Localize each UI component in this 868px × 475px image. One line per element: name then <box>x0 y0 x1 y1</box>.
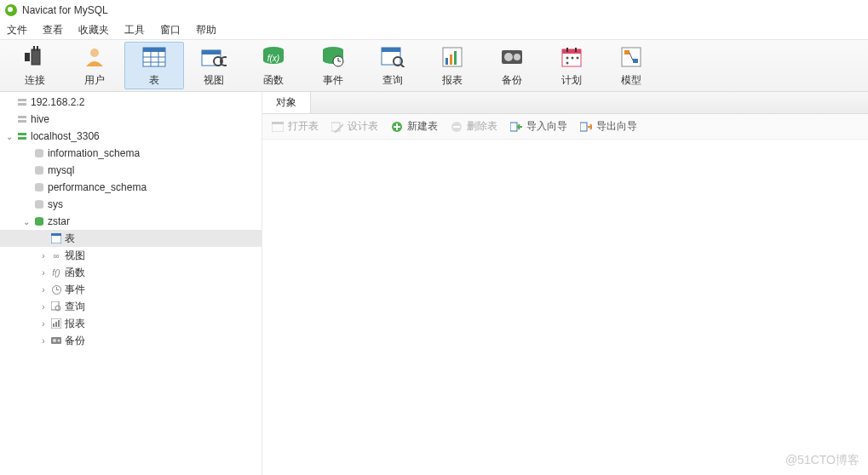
obj-export-label: 导出向导 <box>596 119 637 134</box>
obj-import[interactable]: 导入向导 <box>509 119 567 134</box>
expand-toggle[interactable]: › <box>37 336 49 346</box>
toolbar: 连接 用户 表 视图 f(x) 函数 事件 查询 <box>0 39 868 92</box>
tool-table-label: 表 <box>149 73 159 88</box>
svg-rect-1 <box>32 49 40 65</box>
object-list[interactable] <box>262 140 868 475</box>
tree-connection-2[interactable]: hive <box>0 111 262 128</box>
obj-export[interactable]: 导出向导 <box>579 119 637 134</box>
tree-label: performance_schema <box>48 181 147 193</box>
tree-obj-query[interactable]: › 查询 <box>0 298 262 315</box>
menu-help[interactable]: 帮助 <box>196 23 216 37</box>
export-icon <box>579 120 593 134</box>
tool-event[interactable]: 事件 <box>303 42 363 89</box>
tree-label: 报表 <box>65 317 85 331</box>
tool-connect[interactable]: 连接 <box>5 42 65 89</box>
svg-point-30 <box>504 53 513 61</box>
fx-small-icon: f() <box>49 268 63 278</box>
tool-model-label: 模型 <box>621 73 641 88</box>
view-icon <box>201 44 227 70</box>
tree-label: 192.168.2.2 <box>31 96 84 108</box>
database-icon <box>32 199 46 209</box>
expand-toggle[interactable]: › <box>37 319 49 329</box>
svg-rect-70 <box>272 122 284 124</box>
tree-db-information-schema[interactable]: information_schema <box>0 145 262 162</box>
obj-delete[interactable]: 删除表 <box>450 119 497 134</box>
tree-db-mysql[interactable]: mysql <box>0 162 262 179</box>
expand-toggle[interactable]: ⌄ <box>3 132 15 141</box>
tree-label: 事件 <box>65 283 85 297</box>
svg-rect-27 <box>450 54 452 65</box>
tool-backup[interactable]: 备份 <box>482 42 542 89</box>
tree-obj-view[interactable]: › ∞ 视图 <box>0 247 262 264</box>
app-title: Navicat for MySQL <box>22 4 108 16</box>
tool-schedule-label: 计划 <box>561 73 582 88</box>
svg-point-4 <box>90 49 99 57</box>
svg-rect-64 <box>55 322 57 327</box>
svg-rect-46 <box>18 116 26 118</box>
tool-function[interactable]: f(x) 函数 <box>244 42 303 89</box>
svg-rect-0 <box>25 53 30 61</box>
tree-label: zstar <box>48 215 70 227</box>
tree-db-zstar[interactable]: ⌄ zstar <box>0 213 262 230</box>
svg-rect-48 <box>18 133 26 135</box>
minus-icon <box>450 120 463 134</box>
menu-view[interactable]: 查看 <box>43 23 63 37</box>
menu-tools[interactable]: 工具 <box>124 23 145 37</box>
expand-toggle[interactable]: › <box>37 302 49 312</box>
svg-rect-6 <box>143 48 165 52</box>
svg-rect-28 <box>454 51 457 65</box>
tree-label: 表 <box>65 232 75 246</box>
tool-report[interactable]: 报表 <box>423 42 482 89</box>
svg-rect-44 <box>18 99 26 101</box>
tree-obj-backup[interactable]: › 备份 <box>0 332 262 349</box>
expand-toggle[interactable]: › <box>37 251 49 260</box>
backup-small-icon <box>49 336 63 345</box>
tree-obj-table[interactable]: 表 <box>0 230 262 247</box>
svg-point-67 <box>53 339 56 342</box>
menu-favorites[interactable]: 收藏夹 <box>78 23 109 37</box>
svg-text:f(x): f(x) <box>267 54 279 63</box>
connection-tree[interactable]: 192.168.2.2 hive ⌄ localhost_3306 inform… <box>0 92 262 475</box>
titlebar: Navicat for MySQL <box>0 0 868 20</box>
tool-view[interactable]: 视图 <box>184 42 244 89</box>
tree-obj-event[interactable]: › 事件 <box>0 281 262 298</box>
object-toolbar: 打开表 设计表 新建表 删除表 导入向导 导出向导 <box>262 114 868 140</box>
svg-point-31 <box>514 54 520 60</box>
database-icon <box>32 148 46 158</box>
tab-object[interactable]: 对象 <box>262 92 311 113</box>
obj-new-label: 新建表 <box>407 119 438 134</box>
svg-point-37 <box>572 56 574 59</box>
tree-connection-1[interactable]: 192.168.2.2 <box>0 94 262 111</box>
tool-model[interactable]: 模型 <box>601 42 661 89</box>
svg-rect-33 <box>562 49 581 54</box>
tree-connection-3[interactable]: ⌄ localhost_3306 <box>0 128 262 145</box>
tool-table[interactable]: 表 <box>124 42 184 89</box>
model-icon <box>620 44 642 70</box>
tree-label: 查询 <box>65 300 85 314</box>
main-area: 对象 打开表 设计表 新建表 删除表 导入向导 <box>262 92 868 475</box>
tree-label: 函数 <box>65 266 85 280</box>
database-icon <box>32 182 46 192</box>
tree-obj-report[interactable]: › 报表 <box>0 315 262 332</box>
tree-obj-function[interactable]: › f() 函数 <box>0 264 262 281</box>
tree-db-performance-schema[interactable]: performance_schema <box>0 179 262 196</box>
obj-design[interactable]: 设计表 <box>331 119 378 134</box>
tree-label: mysql <box>48 164 74 176</box>
expand-toggle[interactable]: › <box>37 285 49 295</box>
tool-user[interactable]: 用户 <box>65 42 124 89</box>
menu-window[interactable]: 窗口 <box>160 23 181 37</box>
obj-open[interactable]: 打开表 <box>271 119 319 134</box>
expand-toggle[interactable]: ⌄ <box>20 217 32 226</box>
server-active-icon <box>15 131 29 141</box>
tree-db-sys[interactable]: sys <box>0 196 262 213</box>
tree-label: information_schema <box>48 147 140 159</box>
obj-new[interactable]: 新建表 <box>390 119 438 134</box>
svg-point-39 <box>566 61 569 64</box>
svg-rect-41 <box>624 50 629 54</box>
svg-rect-22 <box>382 48 400 52</box>
menu-file[interactable]: 文件 <box>7 23 27 37</box>
tool-query[interactable]: 查询 <box>363 42 423 89</box>
tool-schedule[interactable]: 计划 <box>542 42 601 89</box>
function-icon: f(x) <box>262 44 285 70</box>
expand-toggle[interactable]: › <box>37 268 49 278</box>
